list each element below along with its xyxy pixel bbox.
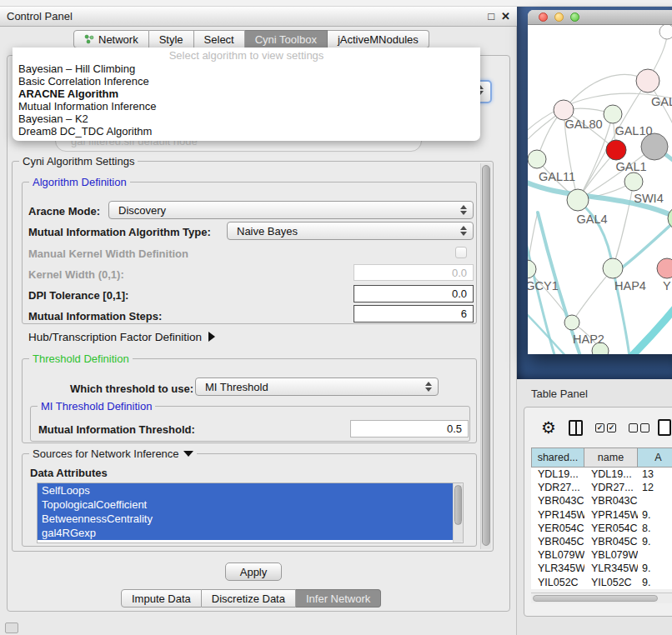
list-item[interactable]: TopologicalCoefficient — [38, 498, 453, 512]
node-unlabeled[interactable] — [659, 25, 672, 39]
dropdown-item-aracne[interactable]: ARACNE Algorithm — [13, 88, 480, 100]
settings-vertical-scrollbar-thumb[interactable] — [482, 165, 490, 546]
expanded-arrow-icon[interactable] — [183, 451, 193, 457]
node-label: GAL1 — [615, 160, 646, 173]
table-header-row: shared... name A — [531, 448, 672, 468]
node-gal11[interactable] — [528, 150, 546, 168]
node-label: GAL11 — [539, 170, 575, 183]
new-table-icon[interactable] — [658, 419, 671, 436]
panel-grip-icon[interactable] — [5, 622, 18, 633]
mi-steps-input[interactable]: 6 — [354, 305, 474, 322]
node-gal1[interactable] — [624, 172, 643, 191]
columns-icon[interactable] — [569, 420, 583, 436]
node-label: GCY1 — [528, 279, 559, 292]
sources-legend[interactable]: Sources for Network Inference — [29, 448, 197, 460]
table-row[interactable]: YDL19...YDL19...13 — [531, 468, 672, 481]
dropdown-item-mutual-information[interactable]: Mutual Information Inference — [13, 100, 480, 112]
mi-threshold-input[interactable]: 0.5 — [350, 420, 469, 438]
table-row[interactable]: YBR043CYBR043C — [531, 494, 672, 508]
close-panel-icon[interactable]: ✕ — [501, 10, 510, 22]
dropdown-item-bayesian-k2[interactable]: Bayesian – K2 — [13, 112, 480, 125]
aracne-mode-label: Aracne Mode: — [28, 205, 100, 218]
minimize-window-icon[interactable] — [554, 12, 564, 22]
node-label: Y — [663, 279, 671, 292]
close-window-icon[interactable] — [539, 12, 548, 22]
attributes-list-scrollbar[interactable] — [453, 483, 463, 542]
tab-network[interactable]: Network — [73, 30, 149, 48]
dpi-tolerance-input[interactable]: 0.0 — [354, 285, 474, 302]
apply-button[interactable]: Apply — [225, 562, 282, 581]
dropdown-item-dream8[interactable]: Dream8 DC_TDC Algorithm — [13, 125, 480, 138]
table-row[interactable]: YER054CYER054C8. — [531, 522, 672, 535]
which-threshold-combo[interactable]: MI Threshold — [195, 378, 439, 396]
node-red-highlight[interactable] — [606, 140, 626, 160]
settings-vertical-scrollbar[interactable] — [480, 163, 491, 549]
collapsed-arrow-icon[interactable] — [208, 332, 215, 342]
dropdown-item-basic-correlation[interactable]: Basic Correlation Inference — [13, 75, 480, 88]
deselect-all-checks-icon[interactable] — [629, 423, 649, 432]
table-row[interactable]: YBL079WYBL079W — [531, 548, 672, 562]
column-header-partial[interactable]: A — [638, 448, 672, 468]
tab-jactivemnodules[interactable]: jActiveMNodules — [328, 30, 429, 48]
table-row[interactable]: YLR345WYLR345W9. — [531, 562, 672, 575]
dropdown-item-bayesian-hill-climbing[interactable]: Bayesian – Hill Climbing — [13, 62, 480, 75]
column-header-shared[interactable]: shared... — [531, 448, 584, 468]
aracne-mode-combo[interactable]: Discovery — [108, 201, 474, 219]
dropdown-placeholder: Select algorithm to view settings — [13, 49, 480, 62]
tab-discretize-data[interactable]: Discretize Data — [202, 589, 296, 608]
node-gal4[interactable] — [567, 189, 589, 211]
attributes-list-scrollbar-thumb[interactable] — [454, 485, 462, 525]
hub-transcription-section[interactable]: Hub/Transcription Factor Definition — [28, 331, 215, 343]
column-header-name[interactable]: name — [584, 448, 638, 468]
dpi-tolerance-label: DPI Tolerance [0,1]: — [28, 289, 128, 302]
node-hap4[interactable] — [603, 258, 623, 278]
node-gal-partial[interactable] — [636, 69, 659, 92]
table-body: YDL19...YDL19...13 YDR27...YDR27...12 YB… — [531, 468, 672, 589]
list-item[interactable]: BetweennessCentrality — [38, 512, 453, 526]
node-gal10[interactable] — [604, 105, 622, 123]
node-hap2[interactable] — [564, 315, 579, 330]
node-label: GAL10 — [614, 124, 652, 138]
node-label: HAP4 — [614, 279, 646, 292]
tab-infer-network[interactable]: Infer Network — [296, 589, 381, 608]
network-window[interactable]: GAL80 GAL10 GAL11 GAL1 SWI4 GAL4 GCY1 HA… — [528, 10, 672, 354]
table-row[interactable]: YBR045CYBR045C9. — [531, 535, 672, 548]
network-node-labels: GAL80 GAL10 GAL11 GAL1 SWI4 GAL4 GCY1 HA… — [528, 95, 672, 346]
select-all-checks-icon[interactable]: ✓✓ — [595, 423, 616, 432]
tab-impute-data[interactable]: Impute Data — [121, 589, 202, 608]
node-label: SWI4 — [634, 192, 663, 205]
table-row[interactable]: YDR27...YDR27...12 — [531, 481, 672, 494]
table-horizontal-scrollbar[interactable] — [531, 592, 672, 603]
mi-algorithm-type-label: Mutual Information Algorithm Type: — [28, 226, 211, 238]
node-label: HAP2 — [573, 332, 604, 346]
zoom-window-icon[interactable] — [570, 12, 579, 22]
mi-threshold-definition-legend: MI Threshold Definition — [38, 400, 155, 412]
node-label: GAL80 — [564, 118, 602, 131]
bottom-tabbar: Impute Data Discretize Data Infer Networ… — [121, 589, 381, 608]
cyni-algorithm-settings-legend: Cyni Algorithm Settings — [19, 155, 138, 168]
manual-kernel-width-checkbox[interactable] — [455, 247, 467, 258]
table-row[interactable]: YIL052CYIL052C9. — [531, 576, 672, 589]
list-item[interactable]: SelfLoops — [38, 483, 453, 498]
node-label: GAL4 — [576, 212, 607, 226]
tab-select[interactable]: Select — [194, 30, 245, 48]
list-item[interactable]: gal4RGexp — [38, 526, 453, 540]
tab-cyni-toolbox[interactable]: Cyni Toolbox — [245, 30, 328, 48]
control-panel-title: Control Panel — [7, 10, 73, 22]
kernel-width-input[interactable]: 0.0 — [354, 264, 474, 281]
table-horizontal-scrollbar-thumb[interactable] — [533, 595, 658, 602]
network-canvas[interactable]: GAL80 GAL10 GAL11 GAL1 SWI4 GAL4 GCY1 HA… — [528, 25, 672, 354]
data-attributes-list[interactable]: SelfLoops TopologicalCoefficient Between… — [37, 482, 464, 543]
node-salmon[interactable] — [657, 258, 672, 278]
float-window-icon[interactable]: □ — [488, 10, 494, 22]
top-strip — [0, 0, 672, 7]
gear-icon[interactable]: ⚙ — [541, 419, 556, 436]
network-window-titlebar[interactable] — [528, 10, 672, 25]
aracne-mode-value: Discovery — [118, 204, 166, 217]
network-icon — [84, 34, 94, 44]
which-threshold-value: MI Threshold — [205, 381, 268, 393]
tab-style[interactable]: Style — [149, 30, 194, 48]
table-row[interactable]: YPR145WYPR145W9. — [531, 508, 672, 522]
mi-algorithm-type-combo[interactable]: Naive Bayes — [227, 222, 474, 240]
which-threshold-label: Which threshold to use: — [70, 382, 193, 395]
